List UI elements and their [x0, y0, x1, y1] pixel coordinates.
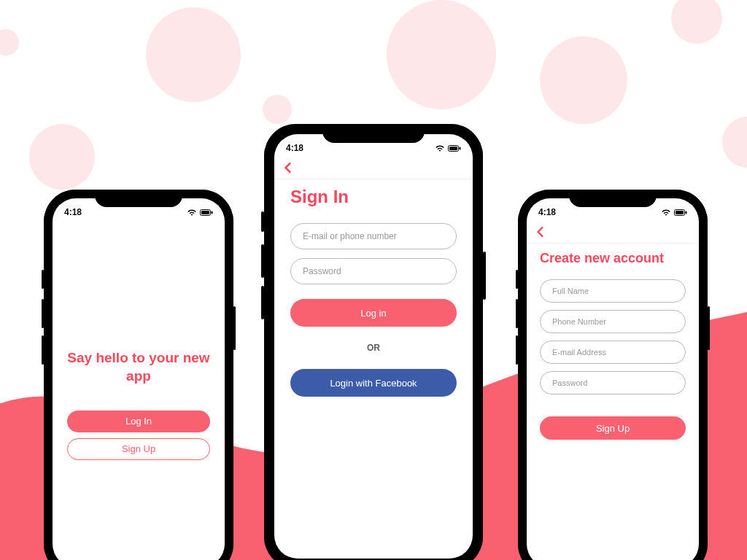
- bg-bubble: [540, 36, 627, 124]
- svg-rect-4: [449, 147, 457, 150]
- phone-side-button: [516, 299, 518, 328]
- nav-bar: [274, 156, 473, 179]
- signup-content: Create new account Full Name Phone Numbe…: [527, 244, 699, 440]
- phone-notch: [322, 124, 425, 143]
- login-button[interactable]: Log In: [67, 411, 210, 432]
- status-time: 4:18: [286, 143, 303, 153]
- signup-button[interactable]: Sign Up: [540, 416, 686, 440]
- phone-notch: [95, 190, 182, 207]
- bg-bubble: [0, 29, 19, 55]
- canvas: 4:18 Say hello to your new app Log In Si…: [0, 0, 747, 560]
- svg-rect-8: [686, 211, 687, 214]
- phone-signup: 4:18 Create new account Full Name Phone …: [518, 190, 708, 560]
- signin-content: Sign In E-mail or phone number Password …: [274, 179, 473, 397]
- wifi-icon: [187, 209, 197, 216]
- phone-side-button: [483, 252, 486, 300]
- phone-side-button: [516, 335, 518, 365]
- status-icons: [661, 209, 687, 216]
- phone-side-button: [261, 244, 264, 278]
- wifi-icon: [435, 144, 445, 152]
- phone-side-button: [42, 335, 44, 365]
- screen-welcome: 4:18 Say hello to your new app Log In Si…: [53, 198, 225, 560]
- phone-signin: 4:18 Sign In E-mail or phone number Pass…: [264, 124, 483, 560]
- email-field[interactable]: E-mail Address: [540, 341, 686, 364]
- phone-side-button: [516, 270, 518, 289]
- facebook-login-button[interactable]: Login with Facebook: [290, 369, 457, 397]
- battery-icon: [674, 209, 687, 216]
- battery-icon: [448, 145, 461, 152]
- password-field[interactable]: Password: [540, 371, 686, 394]
- bg-bubble: [29, 124, 95, 190]
- welcome-headline: Say hello to your new app: [67, 349, 210, 385]
- phone-side-button: [233, 306, 236, 350]
- phone-side-button: [42, 270, 44, 289]
- svg-rect-5: [460, 147, 461, 149]
- email-field[interactable]: E-mail or phone number: [290, 223, 457, 249]
- page-title: Sign In: [290, 187, 457, 207]
- phone-side-button: [261, 211, 264, 232]
- svg-rect-7: [676, 211, 684, 214]
- bg-bubble: [387, 0, 496, 109]
- status-time: 4:18: [64, 207, 82, 217]
- back-icon[interactable]: [283, 163, 293, 173]
- phone-field[interactable]: Phone Number: [540, 310, 686, 333]
- bg-bubble: [146, 7, 241, 102]
- phone-side-button: [261, 286, 264, 319]
- phone-notch: [569, 190, 657, 207]
- fullname-field[interactable]: Full Name: [540, 279, 686, 303]
- battery-icon: [200, 209, 213, 216]
- svg-rect-2: [212, 211, 213, 214]
- wifi-icon: [661, 209, 671, 216]
- page-title: Create new account: [540, 251, 686, 266]
- status-time: 4:18: [538, 207, 556, 217]
- phone-side-button: [708, 306, 710, 350]
- screen-signin: 4:18 Sign In E-mail or phone number Pass…: [274, 134, 473, 559]
- status-icons: [187, 209, 213, 216]
- bg-bubble: [722, 117, 747, 168]
- screen-signup: 4:18 Create new account Full Name Phone …: [527, 198, 699, 560]
- svg-rect-1: [201, 211, 209, 214]
- phone-side-button: [42, 299, 44, 328]
- status-icons: [435, 144, 461, 152]
- or-divider: OR: [290, 343, 457, 353]
- phone-welcome: 4:18 Say hello to your new app Log In Si…: [44, 190, 233, 560]
- password-field[interactable]: Password: [290, 258, 457, 284]
- back-icon[interactable]: [535, 227, 546, 237]
- nav-bar: [527, 220, 699, 244]
- bg-bubble: [263, 95, 292, 124]
- bg-bubble: [671, 0, 722, 44]
- signup-button[interactable]: Sign Up: [67, 438, 210, 460]
- welcome-content: Say hello to your new app Log In Sign Up: [53, 220, 225, 560]
- login-button[interactable]: Log in: [290, 299, 457, 327]
